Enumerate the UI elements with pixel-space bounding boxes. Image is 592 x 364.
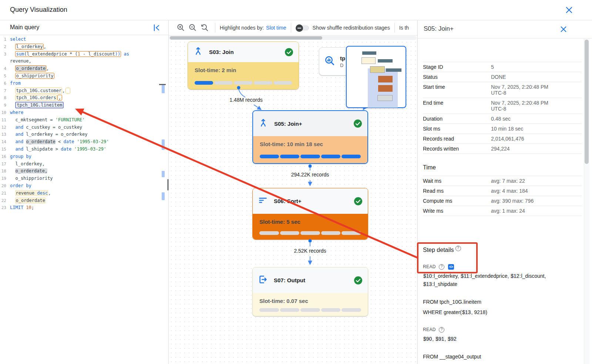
line-number: 4 [0,65,6,73]
detail-value: avg: 4 max: 184 [491,188,562,194]
line-number: 1 [0,36,6,43]
sql-line: 1select [0,36,168,43]
minimap-node [386,68,401,72]
node-title: S07: Output [274,277,305,283]
step-operation-row: READ? [423,326,582,333]
detail-label: End time [423,100,491,112]
detail-value: avg: 7 max: 22 [491,178,562,184]
time-table: Wait msavg: 7 max: 22Read msavg: 4 max: … [423,176,582,216]
sql-code: l_orderkey, [6,161,45,168]
line-number: 11 [0,117,6,124]
line-number: 21 [0,190,6,197]
scan-node-title: tp [340,55,345,61]
minimap-node [362,51,376,55]
zoom-reset-icon[interactable] [200,23,209,33]
sql-code: select [6,36,26,43]
sql-line: 7 tpch_10G.customer, [0,87,168,95]
graph-hscrollbar-thumb[interactable] [170,36,322,40]
details-panel-title: S05: Join+ [424,25,454,33]
minimap-node [378,76,393,82]
panel-resize-handle[interactable] [167,179,169,191]
line-number: 15 [0,146,6,153]
node-header: S03: Join [188,42,299,62]
sql-code: tpch_10G.customer, [6,87,70,95]
toolbar-separator [291,23,291,33]
panel-close-icon[interactable] [559,25,568,33]
sql-line: revenue, [0,58,168,65]
slot-time-label: Slot-time: 10 min 18 sec [260,141,361,147]
detail-row: StatusDONE [423,72,582,82]
sql-line: 9 tpch_10G.lineitem [0,102,168,109]
line-number: 3 [0,51,6,58]
help-icon[interactable]: ? [439,264,444,270]
stage-node-s05[interactable]: S05: Join+ Slot-time: 10 min 18 sec [252,110,368,164]
details-scrollbar-thumb[interactable] [585,40,589,164]
detail-row: Records read2,014,061,476 [423,134,582,144]
details-panel-header: S05: Join+ [418,20,592,38]
stage-node-s06[interactable]: S06: Sort+ Slot-time: 5 sec [252,188,368,240]
node-title: S06: Sort+ [274,198,302,204]
progress-segment [321,231,341,235]
line-number: 17 [0,161,6,168]
progress-segment [259,231,279,235]
clipped-toolbar-text: Is th [399,25,409,31]
slot-time-label: Slot-time: 2 min [195,67,292,73]
line-number: 8 [0,94,6,102]
zoom-in-icon[interactable] [176,23,186,33]
shuffle-stages-label: Show shuffle redistribution stages [313,25,390,31]
line-number: 18 [0,168,6,175]
node-title: S03: Join [209,49,234,55]
edge-records-label: 1.48M records [222,97,270,103]
progress-segment [342,155,361,158]
detail-row: Compute msavg: 390 max: 796 [423,196,582,206]
join-icon [258,118,268,129]
ruler-mark [162,139,165,150]
sql-code: o_shippriority [6,175,53,182]
panel-title: Main query [10,24,39,31]
graph-toolbar: Highlight nodes by: Slot time Show shuff… [169,20,417,36]
progress-segment [300,231,320,235]
progress-bar [259,308,361,312]
ruler-mark [162,85,165,93]
dag-minimap[interactable] [346,46,406,108]
sql-code: o_orderdate, [6,65,49,73]
progress-segment [342,231,361,235]
shuffle-stages-toggle[interactable] [296,26,309,30]
node-header: S05: Join+ [253,111,367,136]
line-number: 14 [0,138,6,146]
detail-row: Read msavg: 4 max: 184 [423,186,582,196]
detail-label: Records written [423,146,491,152]
step-operation-label: READ [423,264,436,269]
collapse-panel-icon[interactable] [152,23,161,32]
zoom-out-icon[interactable] [188,23,198,33]
node-header: S06: Sort+ [253,188,368,214]
close-icon[interactable] [565,6,574,14]
node-header: S07: Output [253,267,368,293]
stage-node-s03[interactable]: S03: Join Slot-time: 2 min [188,41,299,90]
line-number: 5 [0,73,6,80]
stage-node-s07[interactable]: S07: Output Slot-time: 0.07 sec [252,267,368,316]
code-editor[interactable]: 1select2 l_orderkey,3 sum(l_extendedpric… [0,36,168,212]
sql-code: LIMIT 10; [6,204,34,212]
detail-label: Slot ms [423,126,491,132]
help-icon[interactable]: ? [439,327,444,333]
highlight-nodes-select[interactable]: Slot time [266,25,286,31]
join-icon [193,46,203,58]
code-icon[interactable]: <> [448,264,454,270]
minimap-node [378,59,393,63]
line-number: 23 [0,204,6,212]
progress-segment [273,81,292,85]
sql-line: 15 and l_shipdate > date '1995-03-29' [0,146,168,153]
dialog-header: Query Visualization [0,0,592,20]
sql-code: group by [6,153,31,161]
check-icon [353,119,362,128]
sql-line: 14 and o_orderdate < date '1995-03-29' [0,138,168,146]
detail-label: Read ms [423,188,491,194]
detail-label: Compute ms [423,198,491,204]
sql-line: 11 c_mktsegment = 'FURNITURE' [0,117,168,124]
sql-code: and c_custkey = o_custkey [6,124,82,131]
minimap-node [370,66,385,73]
progress-bar [195,81,292,85]
details-panel-content: Stage ID5StatusDONEStart timeNov 7, 2025… [423,39,582,364]
help-icon[interactable]: ? [455,246,461,251]
